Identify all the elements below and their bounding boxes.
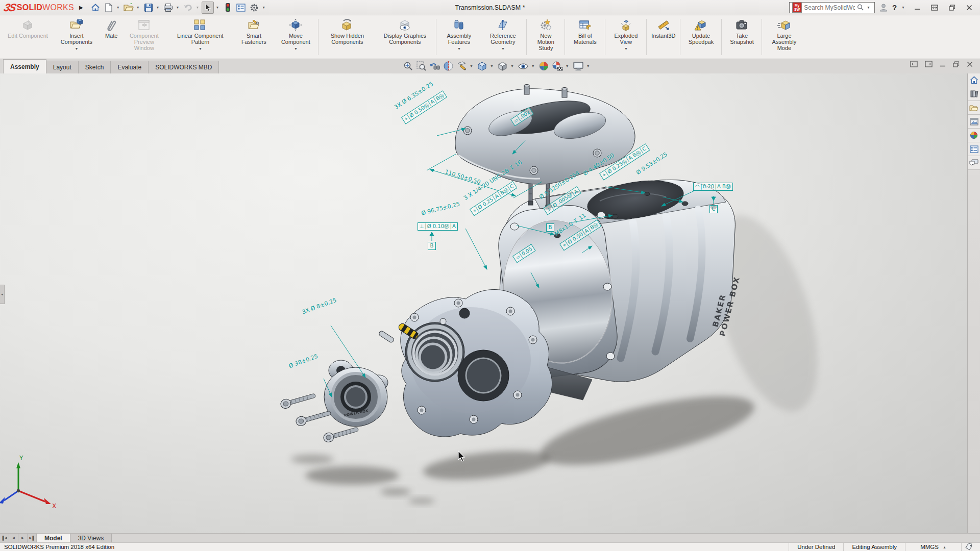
search-caret[interactable]: ▼ (867, 6, 870, 9)
ribbon-take-snapshot[interactable]: Take Snapshot (723, 17, 761, 57)
undo-caret[interactable]: ▼ (195, 6, 199, 9)
menu-flyout-arrow[interactable]: ▶ (79, 5, 83, 10)
file-properties-button[interactable] (235, 2, 247, 14)
save-button[interactable] (142, 2, 155, 14)
ribbon-smart-fasteners[interactable]: Smart Fasteners (233, 17, 274, 57)
rebuild-button[interactable] (222, 2, 234, 14)
exploded-view-caret[interactable]: ▼ (624, 46, 628, 52)
help-button[interactable]: ? (892, 3, 897, 12)
reference-geometry-caret[interactable]: ▼ (501, 46, 505, 52)
ribbon-bill-of-materials[interactable]: Bill of Materials (566, 17, 604, 57)
dynamic-annotation-views-button[interactable] (456, 60, 468, 72)
ribbon-assembly-features[interactable]: Assembly Features ▼ (437, 17, 480, 57)
new-document-button[interactable] (103, 2, 115, 14)
task-pane-home[interactable] (968, 73, 980, 87)
options-button[interactable] (248, 2, 260, 14)
search-mysolidworks[interactable]: My SW ▼ (789, 2, 875, 13)
annotation-views-caret[interactable]: ▼ (470, 64, 473, 68)
view-settings-caret[interactable]: ▼ (586, 64, 590, 68)
tab-assembly[interactable]: Assembly (3, 59, 46, 73)
pane-right-button[interactable] (925, 61, 933, 67)
window-minimize-button[interactable] (911, 2, 924, 14)
tab-sketch[interactable]: Sketch (78, 61, 111, 73)
ribbon-show-hidden-components[interactable]: Show Hidden Components (320, 17, 375, 57)
view-settings-button[interactable] (572, 61, 584, 72)
doc-restore-button[interactable] (953, 61, 960, 67)
feature-manager-collapse-handle[interactable]: ◂ (0, 285, 5, 304)
units-selector[interactable]: MMGS▲ (905, 543, 961, 551)
apply-scene-caret[interactable]: ▼ (566, 64, 569, 68)
ribbon-reference-geometry[interactable]: Reference Geometry ▼ (480, 17, 525, 57)
search-icon[interactable] (857, 4, 864, 11)
ribbon-linear-component-pattern[interactable]: Linear Component Pattern ▼ (167, 17, 233, 57)
ribbon-edit-component[interactable]: Edit Component (4, 17, 52, 57)
tab-model[interactable]: Model (37, 534, 70, 542)
task-pane-design-library[interactable] (968, 87, 980, 101)
ribbon-large-assembly-mode[interactable]: Large Assembly Mode (763, 17, 805, 57)
apply-scene-button[interactable] (551, 60, 564, 72)
assembly-features-caret[interactable]: ▼ (457, 46, 461, 52)
view-orientation-button[interactable] (476, 60, 488, 72)
insert-components-caret[interactable]: ▼ (75, 46, 78, 52)
zoom-to-fit-button[interactable] (402, 60, 414, 72)
zoom-to-area-button[interactable] (415, 60, 427, 72)
datum-b-pilot[interactable]: B (546, 223, 554, 232)
nav-first-button[interactable]: ▐◄ (0, 534, 9, 542)
ribbon-insert-components[interactable]: Insert Components ▼ (52, 17, 102, 57)
doc-minimize-button[interactable] (940, 61, 946, 67)
select-tool-button[interactable] (202, 2, 214, 14)
task-pane-view-palette[interactable] (968, 115, 980, 129)
sign-in-person-icon[interactable] (879, 3, 888, 12)
pane-left-button[interactable] (910, 61, 918, 67)
graphics-area[interactable]: BAKER POWER BOX (0, 73, 980, 533)
print-button[interactable] (162, 2, 175, 14)
print-caret[interactable]: ▼ (176, 6, 180, 9)
editing-mode-status[interactable]: Editing Assembly (843, 543, 905, 551)
datum-c[interactable]: C (709, 205, 718, 213)
linear-pattern-caret[interactable]: ▼ (199, 46, 202, 52)
window-span-displays-button[interactable] (928, 2, 941, 14)
ribbon-instant3d[interactable]: Instant3D (648, 17, 679, 57)
hub-part[interactable]: POWER BOX (324, 360, 388, 427)
exploded-assembly-model[interactable]: BAKER POWER BOX (0, 73, 980, 533)
task-pane-appearances-scenes[interactable] (968, 129, 980, 142)
previous-view-button[interactable] (429, 60, 441, 72)
ribbon-move-component[interactable]: Move Component ▼ (274, 17, 317, 57)
quick-tips-button[interactable] (961, 543, 976, 551)
display-style-caret[interactable]: ▼ (510, 64, 514, 68)
tab-solidworks-mbd[interactable]: SOLIDWORKS MBD (148, 61, 219, 73)
display-style-button[interactable] (497, 60, 508, 72)
options-caret[interactable]: ▼ (262, 6, 265, 9)
task-pane-custom-properties[interactable] (968, 142, 980, 156)
hide-show-caret[interactable]: ▼ (531, 64, 535, 68)
home-button[interactable] (89, 2, 102, 14)
nav-previous-button[interactable]: ◄ (9, 534, 18, 542)
window-restore-button[interactable] (945, 2, 959, 14)
section-view-button[interactable] (443, 60, 454, 72)
task-pane-forum[interactable] (968, 156, 980, 170)
hide-show-items-button[interactable] (517, 61, 529, 72)
search-input[interactable] (804, 4, 855, 11)
move-component-caret[interactable]: ▼ (294, 46, 298, 52)
tab-3d-views[interactable]: 3D Views (70, 534, 112, 542)
view-orientation-caret[interactable]: ▼ (490, 64, 494, 68)
select-tool-caret[interactable]: ▼ (215, 6, 219, 9)
ribbon-mate[interactable]: Mate (102, 17, 121, 57)
task-pane-file-explorer[interactable] (968, 101, 980, 115)
edit-appearance-button[interactable] (538, 60, 550, 72)
nav-last-button[interactable]: ►▌ (28, 534, 37, 542)
undo-button[interactable] (182, 2, 194, 14)
fcf-surface-profile[interactable]: ◠│0.20│A BⓂ (693, 183, 733, 191)
dowel-pin-silver[interactable] (378, 330, 395, 343)
ribbon-update-speedpak[interactable]: Update Speedpak (681, 17, 720, 57)
fcf-bore-perpendicularity[interactable]: ⊥│Ø 0.10Ⓜ│A (418, 222, 458, 231)
open-document-caret[interactable]: ▼ (136, 6, 140, 9)
tab-layout[interactable]: Layout (46, 61, 79, 73)
doc-close-button[interactable] (967, 61, 973, 67)
save-caret[interactable]: ▼ (156, 6, 160, 9)
nav-next-button[interactable]: ► (18, 534, 28, 542)
ribbon-exploded-view[interactable]: Exploded View ▼ (606, 17, 645, 57)
ribbon-component-preview-window[interactable]: Component Preview Window (121, 17, 167, 57)
tab-evaluate[interactable]: Evaluate (110, 61, 149, 73)
help-caret[interactable]: ▼ (901, 6, 905, 9)
